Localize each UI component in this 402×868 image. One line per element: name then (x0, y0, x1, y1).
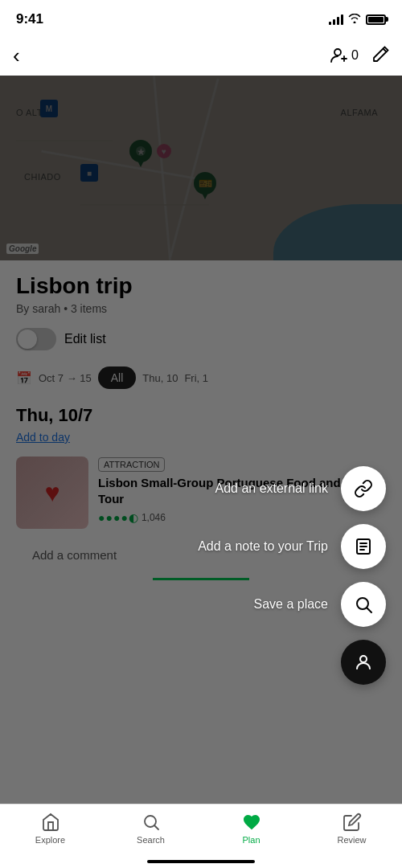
search-icon (354, 595, 373, 614)
edit-toggle[interactable] (16, 328, 56, 350)
star-5: ◐ (129, 511, 138, 524)
map-overlay (0, 76, 402, 260)
nav-item-explore[interactable]: Explore (0, 813, 100, 845)
signal-icon (329, 14, 343, 25)
fab-link-label: Add an external link (215, 481, 328, 496)
star-1: ● (98, 511, 105, 524)
tab-all[interactable]: All (98, 366, 137, 389)
date-range[interactable]: Oct 7 → 15 (39, 372, 92, 384)
toggle-knob (18, 330, 37, 349)
explore-icon (41, 813, 60, 832)
status-icons (329, 13, 386, 26)
nav-item-review[interactable]: Review (302, 813, 402, 845)
nav-label-plan: Plan (242, 835, 260, 845)
fab-search-label: Save a place (253, 597, 328, 612)
svg-point-15 (360, 656, 367, 662)
fab-container: Add an external link Add a note to your … (341, 466, 386, 685)
star-4: ● (121, 511, 127, 524)
date-tabs: 📅 Oct 7 → 15 All Thu, 10 Fri, 1 (16, 366, 386, 389)
place-thumbnail: ♥ (16, 457, 88, 529)
svg-line-17 (154, 825, 158, 829)
day-title: Thu, 10/7 (16, 405, 386, 426)
svg-line-14 (367, 608, 372, 613)
stars: ● ● ● ● ◐ (98, 511, 138, 524)
status-bar: 9:41 (0, 0, 402, 35)
wifi-icon (348, 13, 361, 26)
bottom-nav: Explore Search Plan Review (0, 804, 402, 868)
profile-icon (354, 653, 373, 672)
fab-note-button[interactable] (341, 524, 386, 569)
calendar-icon: 📅 (16, 371, 32, 386)
trip-title: Lisbon trip (16, 273, 386, 299)
star-2: ● (105, 511, 112, 524)
back-button[interactable]: ‹ (13, 43, 20, 68)
add-person-count: 0 (351, 48, 359, 63)
place-tag: ATTRACTION (98, 457, 165, 472)
fab-note-row: Add a note to your Trip (341, 524, 386, 569)
place-card[interactable]: ♥ ATTRACTION Lisbon Small-Group Portugue… (16, 457, 386, 529)
edit-list-label: Edit list (64, 332, 106, 346)
edit-list-row[interactable]: Edit list (16, 328, 386, 350)
add-person-button[interactable]: 0 (330, 47, 359, 63)
nav-bar: ‹ 0 (0, 35, 402, 76)
nav-right: 0 (330, 44, 389, 67)
nav-indicator (147, 860, 255, 863)
edit-button[interactable] (371, 44, 389, 67)
link-icon (354, 479, 373, 498)
tab-fri1[interactable]: Fri, 1 (184, 372, 208, 384)
fab-link-row: Add an external link (341, 466, 386, 511)
review-icon (343, 813, 362, 832)
content-area: Lisbon trip By sarah • 3 items Edit list… (0, 260, 402, 389)
fab-note-label: Add a note to your Trip (198, 539, 328, 554)
nav-label-review: Review (337, 835, 366, 845)
star-3: ● (113, 511, 120, 524)
battery-icon (366, 14, 386, 25)
nav-item-search[interactable]: Search (100, 813, 201, 845)
nav-label-search: Search (137, 835, 165, 845)
trip-meta: By sarah • 3 items (16, 302, 386, 315)
fab-link-button[interactable] (341, 466, 386, 511)
nav-search-icon (142, 813, 161, 832)
google-logo: Google (6, 244, 39, 254)
nav-label-explore: Explore (35, 835, 65, 845)
add-to-day-link[interactable]: Add to day (16, 431, 386, 444)
nav-item-plan[interactable]: Plan (201, 813, 302, 845)
rating-count: 1,046 (142, 512, 166, 523)
progress-bar (153, 578, 249, 580)
fab-search-button[interactable] (341, 582, 386, 627)
tab-thu10[interactable]: Thu, 10 (142, 372, 178, 384)
map-area[interactable]: O ALTO CHIADO ALFAMA M ■ ★ 🎫 ♥ (0, 76, 402, 260)
status-time: 9:41 (16, 11, 43, 27)
fab-profile-button[interactable] (341, 640, 386, 685)
plan-icon (242, 813, 261, 832)
fab-profile-row (341, 640, 386, 685)
fab-search-row: Save a place (341, 582, 386, 627)
note-icon (354, 537, 373, 556)
